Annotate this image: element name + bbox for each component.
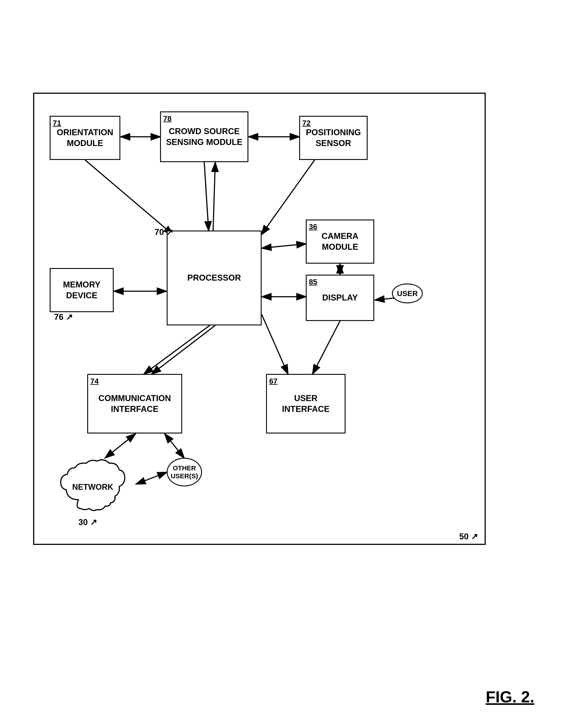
orientation-label: ORIENTATIONMODULE [57, 127, 113, 149]
user-interface-box: 67 USERINTERFACE [266, 374, 346, 433]
comm-interface-box: 74 COMMUNICATIONINTERFACE [87, 374, 182, 433]
svg-line-20 [164, 433, 184, 458]
camera-label: CAMERAMODULE [322, 231, 359, 253]
other-users-ellipse: OTHERUSER(S) [167, 458, 202, 486]
processor-box: PROCESSOR [167, 231, 261, 325]
svg-line-8 [213, 162, 215, 231]
user-ellipse: USER [392, 283, 423, 303]
display-box: 85 DISPLAY [306, 275, 374, 321]
other-users-label: OTHERUSER(S) [171, 464, 198, 480]
camera-ref: 36 [309, 222, 317, 231]
memory-label: MEMORYDEVICE [63, 279, 100, 301]
camera-module-box: 36 CAMERAMODULE [306, 220, 374, 264]
crowd-source-box: 78 CROWD SOURCESENSING MODULE [160, 111, 248, 162]
svg-line-18 [313, 321, 340, 374]
memory-device-box: MEMORYDEVICE [50, 268, 114, 312]
svg-line-6 [85, 160, 173, 235]
svg-line-19 [105, 433, 136, 458]
svg-line-15 [143, 325, 210, 374]
network-ref-label: 30 ↗ [78, 517, 97, 527]
positioning-sensor-box: 72 POSITIONINGSENSOR [299, 116, 368, 160]
orientation-module-box: 71 ORIENTATIONMODULE [50, 116, 120, 160]
figure-label: FIG. 2. [486, 688, 534, 706]
positioning-label: POSITIONINGSENSOR [306, 127, 361, 149]
comm-ref: 74 [90, 376, 99, 386]
svg-text:NETWORK: NETWORK [72, 482, 113, 492]
comm-label: COMMUNICATIONINTERFACE [98, 393, 171, 415]
orientation-ref: 71 [53, 118, 61, 128]
crowd-ref: 78 [163, 114, 171, 123]
display-ref: 85 [309, 277, 317, 287]
network-cloud: NETWORK [54, 456, 131, 517]
svg-line-17 [261, 314, 288, 374]
svg-line-21 [136, 472, 167, 484]
main-diagram-box: 71 ORIENTATIONMODULE 78 CROWD SOURCESENS… [33, 93, 486, 545]
page: 71 ORIENTATIONMODULE 78 CROWD SOURCESENS… [0, 0, 563, 728]
positioning-ref: 72 [302, 118, 311, 128]
svg-line-16 [151, 325, 215, 374]
memory-ref-label: 76 ↗ [54, 312, 73, 322]
ui-label: USERINTERFACE [282, 393, 330, 415]
svg-line-10 [261, 244, 306, 248]
diagram-ref-label: 50 ↗ [459, 532, 478, 541]
processor-ref-label: 70 ↗ [154, 227, 173, 237]
crowd-label: CROWD SOURCESENSING MODULE [166, 126, 242, 148]
user-label: USER [397, 289, 418, 298]
display-label: DISPLAY [322, 292, 358, 303]
ui-ref: 67 [269, 376, 277, 386]
processor-label: PROCESSOR [187, 272, 241, 283]
svg-line-7 [204, 162, 209, 231]
